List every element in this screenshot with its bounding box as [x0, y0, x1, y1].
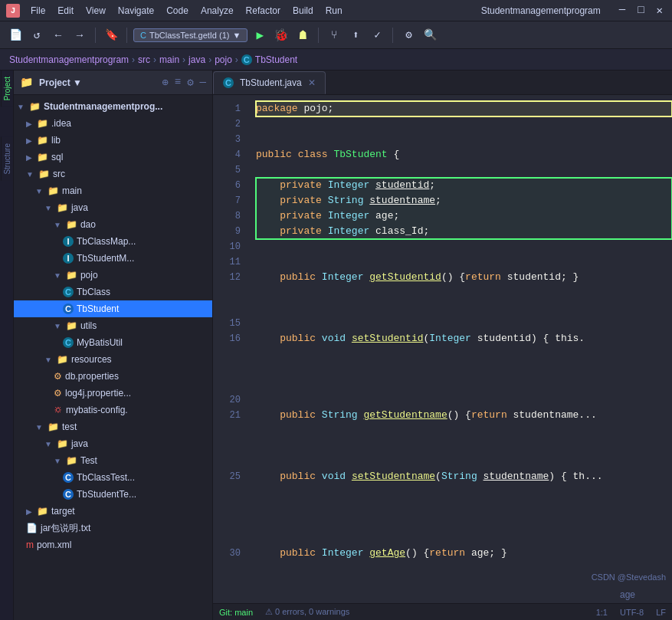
- xml-icon: ⛭: [54, 405, 63, 415]
- tree-resources[interactable]: ▼ 📁 resources: [14, 351, 212, 368]
- tab-close-icon[interactable]: ✕: [308, 77, 316, 88]
- toolbar-bookmark[interactable]: 🔖: [102, 26, 120, 44]
- breadcrumb-java[interactable]: java: [188, 54, 205, 65]
- code-line-28: [256, 515, 672, 530]
- locate-file-icon[interactable]: ⊕: [162, 76, 168, 89]
- project-panel: 📁 Project ▼ ⊕ ≡ ⚙ — ▼ 📁 Studentmanagemen…: [14, 71, 213, 620]
- tree-tbstudentmapper[interactable]: I TbStudentM...: [14, 250, 212, 267]
- tree-tbstudent-label: TbStudent: [77, 303, 119, 314]
- run-button[interactable]: ▶: [251, 26, 269, 44]
- toolbar-refresh[interactable]: ↺: [28, 26, 46, 44]
- tree-root[interactable]: ▼ 📁 Studentmanagementprog...: [14, 98, 212, 115]
- code-editor[interactable]: 1 2 3 4 5 6 7 8 9 10 11 12 15 16 20: [213, 95, 672, 603]
- maximize-button[interactable]: □: [634, 4, 647, 17]
- tree-tbclasstest[interactable]: C TbClassTest...: [14, 469, 212, 486]
- main-layout: Project Structure 📁 Project ▼ ⊕ ≡ ⚙ — ▼ …: [0, 71, 672, 620]
- tree-db-properties[interactable]: ⚙ db.properties: [14, 368, 212, 385]
- toolbar-settings[interactable]: ⚙: [399, 26, 418, 44]
- tree-mybatisutil[interactable]: C MyBatisUtil: [14, 334, 212, 351]
- status-warnings: ⚠ 0 errors, 0 warnings: [265, 607, 349, 617]
- tree-tbclass[interactable]: C TbClass: [14, 284, 212, 300]
- tree-mybatis-config[interactable]: ⛭ mybatis-config.: [14, 402, 212, 418]
- tree-src-label: src: [53, 169, 65, 179]
- menu-edit[interactable]: Edit: [53, 4, 78, 18]
- tree-main[interactable]: ▼ 📁 main: [14, 182, 212, 199]
- tree-java[interactable]: ▼ 📁 java: [14, 199, 212, 216]
- code-line-26: [256, 484, 672, 500]
- minimize-button[interactable]: ─: [616, 4, 628, 17]
- editor-area: C TbStudent.java ✕ 1 2 3 4 5 6 7 8 9 10 …: [213, 71, 672, 620]
- breadcrumb-src[interactable]: src: [138, 54, 150, 65]
- breadcrumb-main[interactable]: main: [159, 54, 179, 65]
- tree-db-properties-label: db.properties: [65, 371, 119, 382]
- code-line-8: private Integer age;: [256, 208, 672, 224]
- run-configuration-selector[interactable]: C TbClassTest.getId (1) ▼: [133, 28, 247, 42]
- code-line-1: package pojo;: [256, 101, 672, 116]
- menu-analyze[interactable]: Analyze: [196, 4, 238, 18]
- menu-view[interactable]: View: [81, 4, 110, 18]
- code-line-17: [256, 346, 672, 362]
- close-button[interactable]: ✕: [654, 4, 666, 17]
- code-line-4: public class TbStudent {: [256, 147, 672, 162]
- tree-pojo[interactable]: ▼ 📁 pojo: [14, 267, 212, 284]
- tab-tbstudent[interactable]: C TbStudent.java ✕: [213, 71, 326, 94]
- menu-refactor[interactable]: Refactor: [241, 4, 285, 18]
- run-config-label: TbClassTest.getId (1): [149, 31, 230, 40]
- menu-build[interactable]: Build: [288, 4, 318, 18]
- tbstudenttest-icon: C: [63, 489, 74, 500]
- debug-button[interactable]: 🐞: [272, 26, 290, 44]
- tree-test-folder[interactable]: ▼ 📁 Test: [14, 452, 212, 469]
- status-vcs: Git: main: [219, 608, 253, 617]
- code-line-15: [256, 316, 672, 331]
- toolbar-back[interactable]: ←: [49, 26, 67, 44]
- project-side-label[interactable]: Project: [1, 71, 13, 107]
- code-line-27: [256, 500, 672, 515]
- tree-main-label: main: [62, 185, 82, 196]
- tree-root-label: Studentmanagementprog...: [44, 101, 162, 112]
- tree-target[interactable]: ▶ 📁 target: [14, 503, 212, 520]
- toolbar-search[interactable]: 🔍: [421, 26, 439, 44]
- breadcrumb-pojo[interactable]: pojo: [215, 54, 232, 65]
- toolbar-commit[interactable]: ✓: [368, 26, 386, 44]
- code-line-16: public void setStudentid ( Integer stude…: [256, 331, 672, 346]
- structure-side-label[interactable]: Structure: [1, 137, 13, 181]
- code-line-30: public Integer getAge () { return age; }: [256, 546, 672, 561]
- toolbar-update[interactable]: ⬆: [346, 26, 365, 44]
- tree-target-label: target: [51, 506, 75, 517]
- window-title: Studentmanagementprogram: [481, 5, 601, 16]
- settings-icon[interactable]: ⚙: [187, 76, 193, 89]
- toolbar-new-file[interactable]: 📄: [6, 26, 25, 44]
- breadcrumb-project[interactable]: Studentmanagementprogram: [9, 54, 129, 65]
- tree-lib[interactable]: ▶ 📁 lib: [14, 132, 212, 149]
- tree-jar-txt[interactable]: 📄 jar包说明.txt: [14, 520, 212, 536]
- code-content[interactable]: package pojo; public class TbStudent {: [250, 95, 672, 603]
- breadcrumb-class-icon: C: [241, 54, 252, 65]
- tree-dao[interactable]: ▼ 📁 dao: [14, 216, 212, 233]
- menu-run[interactable]: Run: [321, 4, 347, 18]
- txt-icon: 📄: [26, 523, 38, 533]
- menu-file[interactable]: File: [26, 4, 50, 18]
- menu-code[interactable]: Code: [162, 4, 193, 18]
- toolbar-forward[interactable]: →: [70, 26, 89, 44]
- tree-sql[interactable]: ▶ 📁 sql: [14, 149, 212, 166]
- properties-icon: ⚙: [54, 371, 62, 382]
- collapse-all-icon[interactable]: ≡: [175, 76, 181, 89]
- menu-navigate[interactable]: Navigate: [113, 4, 159, 18]
- tree-src[interactable]: ▼ 📁 src: [14, 166, 212, 182]
- code-line-14: [256, 300, 672, 316]
- tree-pom-xml[interactable]: m pom.xml: [14, 536, 212, 553]
- tree-tbclassmapper[interactable]: I TbClassMap...: [14, 233, 212, 250]
- close-panel-icon[interactable]: —: [200, 76, 206, 89]
- tree-idea[interactable]: ▶ 📁 .idea: [14, 115, 212, 132]
- tree-test[interactable]: ▼ 📁 test: [14, 418, 212, 435]
- tree-utils[interactable]: ▼ 📁 utils: [14, 317, 212, 334]
- coverage-button[interactable]: ☗: [293, 26, 312, 44]
- toolbar-git[interactable]: ⑂: [325, 26, 343, 44]
- tree-test-java[interactable]: ▼ 📁 java: [14, 435, 212, 452]
- tree-tbstudent[interactable]: C TbStudent: [14, 300, 212, 317]
- tree-tbstudenttest[interactable]: C TbStudentTe...: [14, 486, 212, 503]
- tree-log4j-properties[interactable]: ⚙ log4j.propertie...: [14, 385, 212, 402]
- tree-test-folder-label: Test: [80, 455, 97, 466]
- breadcrumb-tbstudent[interactable]: TbStudent: [255, 54, 297, 65]
- tree-sql-label: sql: [51, 152, 63, 162]
